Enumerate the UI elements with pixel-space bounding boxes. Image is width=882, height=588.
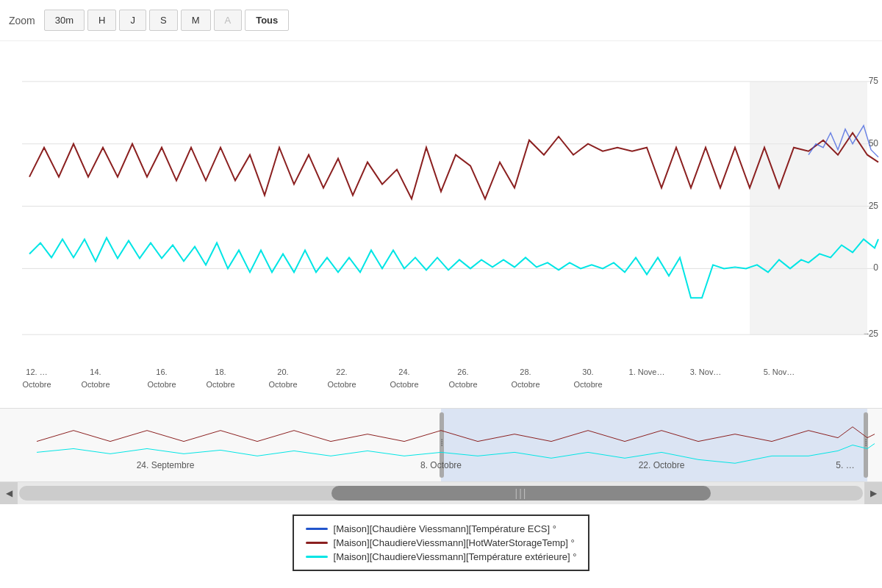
- scroll-thumb[interactable]: |||: [331, 486, 711, 501]
- zoom-btn-A: A: [214, 10, 243, 31]
- svg-rect-5: [750, 82, 867, 334]
- legend-color-exterior: [306, 556, 328, 558]
- zoom-label: Zoom: [9, 15, 35, 26]
- x-date-24: 24.: [398, 368, 409, 376]
- legend-label-exterior: [Maison][ChaudiereViessmann][Température…: [334, 551, 577, 562]
- x-date-22: 22.: [336, 368, 347, 376]
- legend-item-hot-water: [Maison][ChaudiereViessmann][HotWaterSto…: [306, 537, 575, 548]
- y-label-0: 0: [873, 262, 878, 273]
- nav-date-oct8: 8. Octobre: [420, 460, 462, 470]
- x-month-20: Octobre: [268, 380, 297, 389]
- x-date-12: 12. …: [26, 368, 47, 376]
- x-month-12: Octobre: [22, 380, 51, 389]
- nav-date-oct22: 22. Octobre: [639, 460, 685, 470]
- x-date-28: 28.: [520, 368, 531, 376]
- x-month-14: Octobre: [81, 380, 110, 389]
- x-date-18: 18.: [215, 368, 226, 376]
- scroll-right-arrow[interactable]: ▶: [864, 482, 882, 504]
- scrollbar[interactable]: ◀ ||| ▶: [0, 482, 882, 504]
- zoom-btn-30m[interactable]: 30m: [44, 10, 85, 31]
- x-date-30: 30.: [582, 368, 593, 376]
- x-month-30: Octobre: [573, 380, 602, 389]
- scroll-track: |||: [19, 486, 863, 501]
- navigator[interactable]: ⁞ ⁞ 24. Septembre 8. Octobre 22. Octobre…: [0, 409, 882, 482]
- zoom-btn-M[interactable]: M: [181, 10, 211, 31]
- legend-color-ecs: [306, 528, 328, 530]
- main-chart: 75 50 25 0 −25 12. … 14. 16. 18. 20. 22.…: [0, 41, 882, 409]
- legend: [Maison][Chaudière Viessmann][Températur…: [293, 514, 590, 571]
- x-date-16: 16.: [156, 368, 167, 376]
- y-label-25: 25: [869, 201, 879, 211]
- legend-label-hot-water: [Maison][ChaudiereViessmann][HotWaterSto…: [334, 537, 575, 548]
- x-date-14: 14.: [90, 368, 101, 376]
- x-month-28: Octobre: [511, 380, 539, 389]
- legend-item-ecs: [Maison][Chaudière Viessmann][Températur…: [306, 523, 556, 534]
- navigator-svg: ⁞ ⁞ 24. Septembre 8. Octobre 22. Octobre…: [0, 409, 882, 481]
- x-date-26: 26.: [457, 368, 468, 376]
- zoom-btn-tous[interactable]: Tous: [245, 10, 289, 31]
- zoom-btn-H[interactable]: H: [87, 10, 116, 31]
- nav-date-5: 5. …: [836, 460, 854, 470]
- chart-svg: 75 50 25 0 −25 12. … 14. 16. 18. 20. 22.…: [0, 41, 882, 408]
- zoom-toolbar: Zoom 30m H J S M A Tous: [0, 0, 882, 41]
- x-month-26: Octobre: [448, 380, 477, 389]
- scroll-left-arrow[interactable]: ◀: [0, 482, 18, 504]
- x-month-16: Octobre: [147, 380, 176, 389]
- legend-label-ecs: [Maison][Chaudière Viessmann][Températur…: [334, 523, 556, 534]
- x-date-3nov: 3. Nov…: [690, 368, 722, 376]
- legend-color-hot-water: [306, 542, 328, 544]
- nav-left-handle[interactable]: ⁞: [440, 437, 443, 449]
- legend-area: [Maison][Chaudière Viessmann][Températur…: [0, 504, 882, 581]
- legend-item-exterior: [Maison][ChaudiereViessmann][Température…: [306, 551, 577, 562]
- x-month-22: Octobre: [327, 380, 356, 389]
- zoom-btn-S[interactable]: S: [149, 10, 178, 31]
- x-date-1nov: 1. Nove…: [629, 368, 665, 376]
- y-label-75: 75: [869, 76, 879, 86]
- x-date-20: 20.: [277, 368, 288, 376]
- x-month-24: Octobre: [390, 380, 418, 389]
- x-month-18: Octobre: [206, 380, 234, 389]
- x-date-5nov: 5. Nov…: [764, 368, 795, 376]
- nav-right-handle[interactable]: ⁞: [864, 437, 867, 449]
- scroll-grip: |||: [515, 487, 528, 499]
- zoom-btn-J[interactable]: J: [119, 10, 146, 31]
- nav-date-sept: 24. Septembre: [137, 460, 195, 470]
